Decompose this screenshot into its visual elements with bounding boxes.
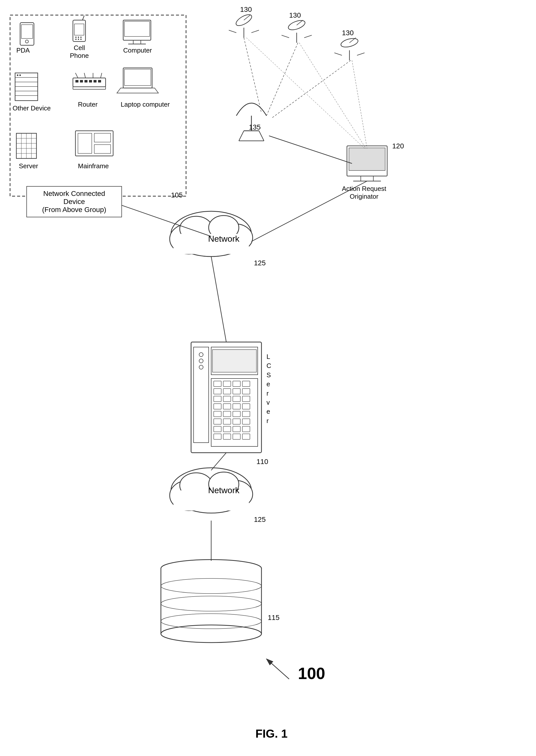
svg-rect-15 xyxy=(133,40,141,44)
svg-point-116 xyxy=(161,596,261,611)
svg-rect-66 xyxy=(191,342,261,453)
svg-line-140 xyxy=(211,453,226,470)
svg-rect-102 xyxy=(214,434,221,439)
network-connected-device-box: Network ConnectedDevice(From Above Group… xyxy=(26,186,122,217)
svg-line-132 xyxy=(357,53,365,55)
pda-label: PDA xyxy=(17,47,30,54)
svg-line-143 xyxy=(244,38,261,113)
svg-point-12 xyxy=(81,39,82,40)
svg-rect-79 xyxy=(223,389,231,394)
diagram: PDA CellPhone Computer Other Device Rout… xyxy=(0,0,536,756)
svg-line-131 xyxy=(334,53,342,55)
ref-130-right: 130 xyxy=(342,29,354,37)
svg-rect-34 xyxy=(93,80,97,83)
svg-rect-25 xyxy=(73,78,106,87)
svg-point-61 xyxy=(170,480,207,510)
svg-point-110 xyxy=(161,560,261,577)
laptop-label: Laptop computer xyxy=(121,101,170,108)
svg-line-144 xyxy=(266,43,298,116)
svg-line-148 xyxy=(299,43,366,148)
svg-rect-104 xyxy=(233,434,240,439)
svg-rect-88 xyxy=(233,404,240,409)
svg-rect-89 xyxy=(242,404,250,409)
svg-point-114 xyxy=(161,625,261,642)
svg-point-9 xyxy=(81,37,82,38)
svg-line-127 xyxy=(304,35,312,38)
svg-line-126 xyxy=(282,35,289,38)
svg-rect-94 xyxy=(214,419,221,424)
svg-line-145 xyxy=(272,60,351,118)
svg-rect-83 xyxy=(223,396,231,402)
svg-point-119 xyxy=(234,13,253,28)
svg-point-24 xyxy=(19,74,21,76)
svg-rect-72 xyxy=(213,350,256,372)
computer-label: Computer xyxy=(123,47,152,54)
svg-rect-92 xyxy=(233,411,240,417)
svg-line-27 xyxy=(84,73,85,78)
ref-125-bot: 125 xyxy=(254,516,266,524)
svg-rect-73 xyxy=(211,379,258,446)
svg-line-149 xyxy=(352,60,367,148)
ref-105: 105 xyxy=(171,191,183,199)
cell-phone-label: CellPhone xyxy=(70,44,89,60)
svg-rect-2 xyxy=(21,25,33,39)
ref-110: 110 xyxy=(256,458,268,466)
svg-rect-67 xyxy=(194,347,209,443)
svg-rect-96 xyxy=(233,419,240,424)
svg-rect-106 xyxy=(347,146,387,176)
svg-point-115 xyxy=(161,578,261,594)
svg-rect-91 xyxy=(223,411,231,417)
svg-line-122 xyxy=(251,30,259,33)
svg-rect-111 xyxy=(161,568,261,634)
svg-rect-35 xyxy=(98,80,101,83)
svg-line-135 xyxy=(239,131,244,141)
svg-line-150 xyxy=(266,659,289,679)
svg-rect-41 xyxy=(17,133,36,158)
svg-rect-31 xyxy=(80,80,83,83)
ref-135: 135 xyxy=(249,123,261,131)
svg-point-3 xyxy=(25,40,28,43)
svg-point-10 xyxy=(76,39,77,40)
svg-rect-90 xyxy=(214,411,221,417)
big-ref-100: 100 xyxy=(298,664,325,683)
ref-120: 120 xyxy=(392,142,404,150)
svg-rect-87 xyxy=(223,404,231,409)
action-request-label: Action RequestOriginator xyxy=(342,185,386,200)
svg-rect-80 xyxy=(233,389,240,394)
svg-rect-49 xyxy=(76,131,113,156)
network-top-label: Network xyxy=(199,234,249,244)
svg-rect-1 xyxy=(20,23,34,45)
svg-rect-93 xyxy=(242,411,250,417)
svg-rect-86 xyxy=(214,404,221,409)
svg-point-68 xyxy=(199,353,203,357)
svg-line-121 xyxy=(229,30,236,33)
svg-rect-85 xyxy=(242,396,250,402)
svg-rect-101 xyxy=(242,426,250,432)
server-label: Server xyxy=(19,162,38,170)
mainframe-label: Mainframe xyxy=(78,162,109,170)
svg-rect-14 xyxy=(124,21,150,36)
svg-rect-51 xyxy=(94,133,111,142)
ref-115: 115 xyxy=(268,614,280,622)
svg-rect-77 xyxy=(242,381,250,387)
svg-rect-17 xyxy=(15,73,38,101)
svg-rect-13 xyxy=(123,20,151,40)
svg-point-124 xyxy=(287,18,306,32)
ref-130-mid: 130 xyxy=(289,11,301,19)
svg-rect-99 xyxy=(223,426,231,432)
svg-point-7 xyxy=(76,37,77,38)
lcs-server-label: LCServer xyxy=(266,352,272,425)
svg-point-117 xyxy=(161,614,261,629)
svg-line-26 xyxy=(76,73,78,78)
svg-rect-98 xyxy=(214,426,221,432)
svg-rect-30 xyxy=(76,80,79,83)
svg-rect-32 xyxy=(84,80,87,83)
svg-rect-76 xyxy=(233,381,240,387)
svg-line-120 xyxy=(244,15,250,20)
svg-line-146 xyxy=(269,136,352,163)
other-device-label: Other Device xyxy=(13,104,51,112)
svg-rect-95 xyxy=(223,419,231,424)
svg-line-136 xyxy=(259,131,264,141)
svg-rect-4 xyxy=(73,20,85,42)
svg-line-125 xyxy=(297,20,303,25)
